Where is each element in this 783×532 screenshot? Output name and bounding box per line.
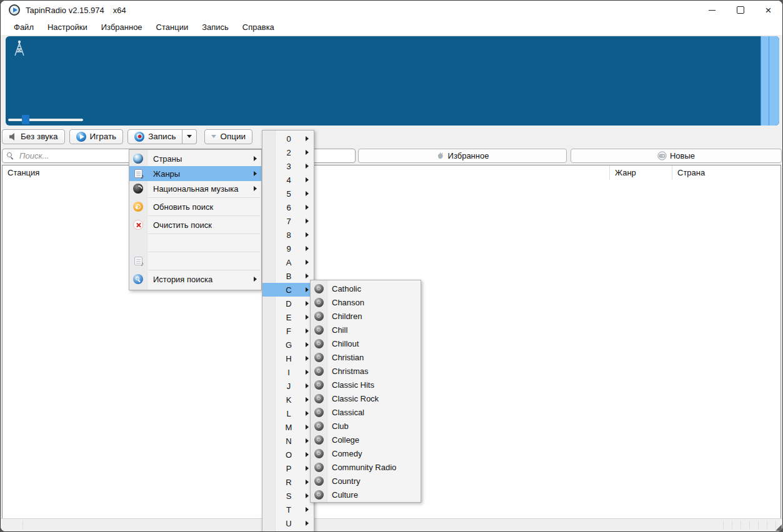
letter-menu-item[interactable]: D <box>262 297 314 310</box>
record-dropdown-button[interactable] <box>182 129 197 144</box>
genre-menu-item[interactable]: Community Radio <box>311 460 421 474</box>
letter-menu-item[interactable]: I <box>262 365 314 379</box>
letter-menu-item[interactable]: 2 <box>262 145 314 159</box>
genre-menu-item[interactable]: Christmas <box>311 364 421 378</box>
play-button[interactable]: Играть <box>69 129 124 144</box>
genre-menu-item[interactable]: Christian <box>311 350 421 364</box>
letter-menu-item[interactable]: 0 <box>262 132 314 145</box>
app-logo-icon <box>9 4 20 16</box>
menu-item-clear-search[interactable]: Очистить поиск <box>129 217 261 232</box>
letter-menu-item[interactable]: S <box>262 489 314 503</box>
menu-help[interactable]: Справка <box>236 21 281 34</box>
new-stations-tab-button[interactable]: Новые <box>571 149 782 163</box>
visualizer-scrollbar[interactable] <box>761 36 769 126</box>
window-controls: × <box>698 1 782 19</box>
record-split-button: Запись <box>127 129 197 144</box>
letter-menu-item[interactable]: F <box>262 324 314 338</box>
genre-menu-item[interactable]: Culture <box>311 488 421 501</box>
letter-menu-item[interactable]: A <box>262 255 314 269</box>
genre-menu-item[interactable]: College <box>311 433 421 446</box>
letter-menu-item[interactable]: M <box>262 420 314 434</box>
genre-menu-item[interactable]: Classic Rock <box>311 392 421 405</box>
letter-menu-item[interactable]: C <box>262 283 314 297</box>
letter-menu-item[interactable]: U <box>262 516 314 530</box>
statusbar-panels <box>723 521 776 529</box>
genre-sphere-icon <box>314 339 324 348</box>
letter-menu-item[interactable]: 3 <box>262 159 314 173</box>
genre-menu-item[interactable]: Chillout <box>311 337 421 350</box>
search-history-icon <box>133 274 143 284</box>
letter-menu-item[interactable]: N <box>262 434 314 448</box>
letter-menu-item[interactable]: 5 <box>262 187 314 200</box>
letter-menu-item[interactable]: J <box>262 379 314 393</box>
menu-separator <box>148 197 260 198</box>
letter-menu-item[interactable]: 8 <box>262 228 314 242</box>
genre-sphere-icon <box>314 367 324 376</box>
genres-list-icon <box>134 169 142 178</box>
genre-menu-item[interactable]: Chill <box>311 323 421 337</box>
menu-item-empty[interactable] <box>129 235 261 250</box>
letter-menu-item[interactable]: R <box>262 475 314 489</box>
letter-menu-item[interactable]: G <box>262 338 314 352</box>
menu-stations[interactable]: Станции <box>149 21 196 34</box>
menu-item-search-history[interactable]: История поиска <box>129 272 261 287</box>
column-header-genre[interactable]: Жанр <box>610 165 672 180</box>
volume-slider[interactable] <box>8 119 83 121</box>
genre-menu-item[interactable]: Comedy <box>311 446 421 460</box>
volume-slider-handle[interactable] <box>22 115 29 124</box>
app-window: TapinRadio v2.15.974 x64 × Файл Настройк… <box>0 0 783 532</box>
submenu-arrow-icon <box>306 315 309 320</box>
minimize-button[interactable] <box>698 1 726 19</box>
submenu-arrow-icon <box>306 493 309 498</box>
submenu-arrow-icon <box>306 150 309 155</box>
genre-menu-item[interactable]: Classic Hits <box>311 378 421 392</box>
genre-menu-item[interactable]: Club <box>311 419 421 433</box>
genre-sphere-icon <box>314 298 324 307</box>
genre-menu-item[interactable]: Classical <box>311 405 421 419</box>
favorites-tab-button[interactable]: Избранное <box>358 149 567 163</box>
letter-menu-item[interactable]: 7 <box>262 214 314 228</box>
letter-menu-item[interactable]: 6 <box>262 200 314 214</box>
menu-item-icon-only[interactable] <box>129 254 261 268</box>
maximize-button[interactable] <box>726 1 754 19</box>
options-chevron-icon <box>211 135 216 138</box>
statusbar-divider <box>22 521 23 529</box>
genre-menu-item[interactable]: Chanson <box>311 295 421 309</box>
menu-item-countries[interactable]: Страны <box>129 151 261 166</box>
search-context-menu: Страны Жанры Национальная музыка Обновит… <box>129 149 262 290</box>
letter-menu-item[interactable]: E <box>262 310 314 324</box>
menu-favorites[interactable]: Избранное <box>94 21 149 34</box>
options-button[interactable]: Опции <box>204 129 252 144</box>
menu-item-refresh-search[interactable]: Обновить поиск <box>129 199 261 214</box>
close-button[interactable]: × <box>754 1 782 19</box>
letter-menu-item[interactable]: 9 <box>262 242 314 255</box>
letter-menu-item[interactable]: B <box>262 269 314 283</box>
genre-menu-item[interactable]: Catholic <box>311 282 421 295</box>
title-bar: TapinRadio v2.15.974 x64 × <box>1 1 782 19</box>
play-icon <box>76 132 86 142</box>
letter-menu-item[interactable]: P <box>262 461 314 475</box>
menu-file[interactable]: Файл <box>7 21 41 34</box>
letter-menu-item[interactable]: O <box>262 448 314 461</box>
mute-button-label: Без звука <box>21 132 58 141</box>
letter-menu-item[interactable]: T <box>262 503 314 516</box>
letter-menu-item[interactable]: K <box>262 393 314 406</box>
genre-menu-item[interactable]: Children <box>311 309 421 323</box>
menu-settings[interactable]: Настройки <box>41 21 94 34</box>
letter-menu-item[interactable]: H <box>262 352 314 365</box>
submenu-arrow-icon <box>306 438 309 443</box>
globe-icon <box>133 154 143 164</box>
genre-menu-item[interactable]: Country <box>311 474 421 488</box>
menu-record[interactable]: Запись <box>195 21 236 34</box>
resize-grip[interactable] <box>776 525 782 531</box>
menu-item-national-music[interactable]: Национальная музыка <box>129 181 261 196</box>
column-header-country[interactable]: Страна <box>672 165 781 180</box>
mute-button[interactable]: Без звука <box>2 129 65 144</box>
record-button[interactable]: Запись <box>127 129 182 144</box>
menu-item-genres[interactable]: Жанры <box>129 166 261 181</box>
submenu-arrow-icon <box>254 277 257 282</box>
chevron-down-icon <box>187 135 192 138</box>
letter-menu-item[interactable]: 4 <box>262 173 314 187</box>
letter-menu-item[interactable]: L <box>262 406 314 420</box>
visualizer-scrollbar-track[interactable] <box>769 36 779 126</box>
